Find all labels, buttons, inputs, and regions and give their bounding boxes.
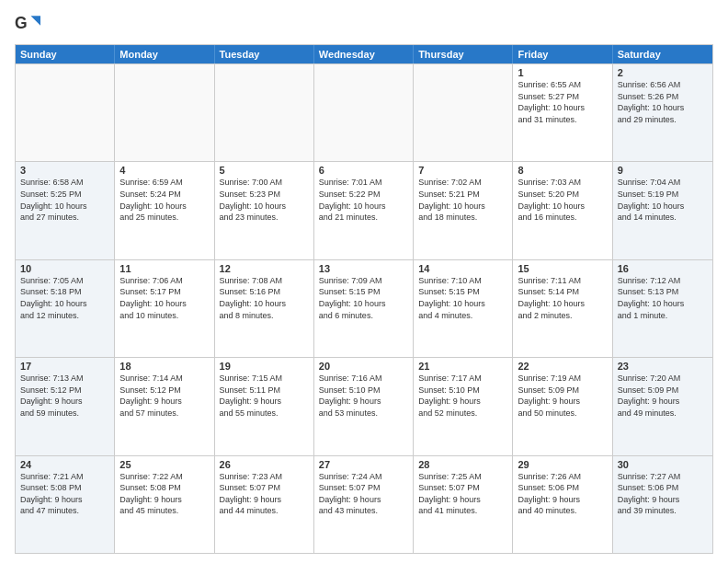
day-info: Sunrise: 7:19 AM Sunset: 5:09 PM Dayligh…	[518, 373, 607, 419]
day-info: Sunrise: 7:25 AM Sunset: 5:07 PM Dayligh…	[418, 471, 507, 517]
empty-cell	[314, 64, 414, 161]
calendar-row-1: 1Sunrise: 6:55 AM Sunset: 5:27 PM Daylig…	[16, 63, 712, 161]
day-number: 20	[319, 361, 408, 372]
day-info: Sunrise: 7:17 AM Sunset: 5:10 PM Dayligh…	[418, 373, 507, 419]
day-number: 16	[618, 263, 708, 274]
day-info: Sunrise: 6:56 AM Sunset: 5:26 PM Dayligh…	[618, 79, 708, 125]
day-number: 18	[119, 361, 209, 372]
day-cell-24: 24Sunrise: 7:21 AM Sunset: 5:08 PM Dayli…	[16, 456, 115, 553]
day-cell-7: 7Sunrise: 7:02 AM Sunset: 5:21 PM Daylig…	[414, 162, 513, 259]
day-cell-8: 8Sunrise: 7:03 AM Sunset: 5:20 PM Daylig…	[513, 162, 612, 259]
weekday-header-friday: Friday	[513, 45, 612, 63]
day-number: 1	[518, 67, 607, 78]
day-cell-30: 30Sunrise: 7:27 AM Sunset: 5:06 PM Dayli…	[613, 456, 712, 553]
day-number: 26	[220, 459, 309, 470]
day-number: 17	[20, 361, 109, 372]
calendar-row-4: 17Sunrise: 7:13 AM Sunset: 5:12 PM Dayli…	[16, 357, 712, 454]
day-cell-3: 3Sunrise: 6:58 AM Sunset: 5:25 PM Daylig…	[16, 162, 115, 259]
weekday-header-saturday: Saturday	[613, 45, 712, 63]
day-info: Sunrise: 6:58 AM Sunset: 5:25 PM Dayligh…	[20, 177, 109, 223]
day-cell-15: 15Sunrise: 7:11 AM Sunset: 5:14 PM Dayli…	[513, 260, 612, 357]
calendar-row-3: 10Sunrise: 7:05 AM Sunset: 5:18 PM Dayli…	[16, 259, 712, 357]
day-info: Sunrise: 7:09 AM Sunset: 5:15 PM Dayligh…	[319, 275, 408, 321]
day-number: 25	[119, 459, 209, 470]
day-number: 3	[20, 165, 109, 176]
day-cell-1: 1Sunrise: 6:55 AM Sunset: 5:27 PM Daylig…	[513, 64, 612, 161]
day-info: Sunrise: 6:55 AM Sunset: 5:27 PM Dayligh…	[518, 79, 607, 125]
day-number: 10	[20, 263, 109, 274]
day-cell-6: 6Sunrise: 7:01 AM Sunset: 5:22 PM Daylig…	[314, 162, 414, 259]
day-cell-19: 19Sunrise: 7:15 AM Sunset: 5:11 PM Dayli…	[215, 358, 314, 454]
day-number: 6	[319, 165, 408, 176]
day-cell-4: 4Sunrise: 6:59 AM Sunset: 5:24 PM Daylig…	[115, 162, 214, 259]
day-info: Sunrise: 7:27 AM Sunset: 5:06 PM Dayligh…	[618, 471, 708, 517]
day-info: Sunrise: 7:08 AM Sunset: 5:16 PM Dayligh…	[220, 275, 309, 321]
day-info: Sunrise: 7:11 AM Sunset: 5:14 PM Dayligh…	[518, 275, 607, 321]
day-cell-25: 25Sunrise: 7:22 AM Sunset: 5:08 PM Dayli…	[115, 456, 214, 553]
calendar-row-5: 24Sunrise: 7:21 AM Sunset: 5:08 PM Dayli…	[16, 455, 712, 553]
day-cell-22: 22Sunrise: 7:19 AM Sunset: 5:09 PM Dayli…	[513, 358, 612, 454]
day-number: 30	[618, 459, 708, 470]
day-number: 13	[319, 263, 408, 274]
day-cell-2: 2Sunrise: 6:56 AM Sunset: 5:26 PM Daylig…	[613, 64, 712, 161]
day-info: Sunrise: 7:26 AM Sunset: 5:06 PM Dayligh…	[518, 471, 607, 517]
day-cell-17: 17Sunrise: 7:13 AM Sunset: 5:12 PM Dayli…	[16, 358, 115, 454]
day-info: Sunrise: 7:03 AM Sunset: 5:20 PM Dayligh…	[518, 177, 607, 223]
day-info: Sunrise: 7:22 AM Sunset: 5:08 PM Dayligh…	[119, 471, 209, 517]
day-number: 27	[319, 459, 408, 470]
empty-cell	[16, 64, 115, 161]
day-info: Sunrise: 7:16 AM Sunset: 5:10 PM Dayligh…	[319, 373, 408, 419]
weekday-header-monday: Monday	[115, 45, 214, 63]
day-cell-20: 20Sunrise: 7:16 AM Sunset: 5:10 PM Dayli…	[314, 358, 414, 454]
svg-marker-1	[31, 16, 41, 26]
day-info: Sunrise: 7:02 AM Sunset: 5:21 PM Dayligh…	[418, 177, 507, 223]
day-number: 12	[220, 263, 309, 274]
day-cell-21: 21Sunrise: 7:17 AM Sunset: 5:10 PM Dayli…	[414, 358, 513, 454]
calendar-header: SundayMondayTuesdayWednesdayThursdayFrid…	[16, 45, 712, 63]
day-info: Sunrise: 7:06 AM Sunset: 5:17 PM Dayligh…	[119, 275, 209, 321]
day-info: Sunrise: 7:20 AM Sunset: 5:09 PM Dayligh…	[618, 373, 708, 419]
day-info: Sunrise: 7:23 AM Sunset: 5:07 PM Dayligh…	[220, 471, 309, 517]
day-number: 19	[220, 361, 309, 372]
day-cell-5: 5Sunrise: 7:00 AM Sunset: 5:23 PM Daylig…	[215, 162, 314, 259]
header: G	[15, 11, 713, 37]
day-number: 9	[618, 165, 708, 176]
day-info: Sunrise: 7:13 AM Sunset: 5:12 PM Dayligh…	[20, 373, 109, 419]
svg-text:G: G	[15, 14, 28, 32]
day-cell-26: 26Sunrise: 7:23 AM Sunset: 5:07 PM Dayli…	[215, 456, 314, 553]
day-number: 14	[418, 263, 507, 274]
calendar: SundayMondayTuesdayWednesdayThursdayFrid…	[15, 44, 713, 554]
calendar-body: 1Sunrise: 6:55 AM Sunset: 5:27 PM Daylig…	[16, 63, 712, 553]
day-cell-16: 16Sunrise: 7:12 AM Sunset: 5:13 PM Dayli…	[613, 260, 712, 357]
day-info: Sunrise: 6:59 AM Sunset: 5:24 PM Dayligh…	[119, 177, 209, 223]
calendar-row-2: 3Sunrise: 6:58 AM Sunset: 5:25 PM Daylig…	[16, 161, 712, 259]
day-number: 7	[418, 165, 507, 176]
weekday-header-thursday: Thursday	[414, 45, 513, 63]
day-info: Sunrise: 7:21 AM Sunset: 5:08 PM Dayligh…	[20, 471, 109, 517]
day-cell-12: 12Sunrise: 7:08 AM Sunset: 5:16 PM Dayli…	[215, 260, 314, 357]
day-cell-23: 23Sunrise: 7:20 AM Sunset: 5:09 PM Dayli…	[613, 358, 712, 454]
logo: G	[15, 11, 44, 37]
day-number: 23	[618, 361, 708, 372]
day-info: Sunrise: 7:24 AM Sunset: 5:07 PM Dayligh…	[319, 471, 408, 517]
weekday-header-tuesday: Tuesday	[215, 45, 314, 63]
day-cell-13: 13Sunrise: 7:09 AM Sunset: 5:15 PM Dayli…	[314, 260, 414, 357]
day-number: 5	[220, 165, 309, 176]
day-number: 8	[518, 165, 607, 176]
day-info: Sunrise: 7:00 AM Sunset: 5:23 PM Dayligh…	[220, 177, 309, 223]
day-number: 28	[418, 459, 507, 470]
day-cell-14: 14Sunrise: 7:10 AM Sunset: 5:15 PM Dayli…	[414, 260, 513, 357]
day-info: Sunrise: 7:05 AM Sunset: 5:18 PM Dayligh…	[20, 275, 109, 321]
day-info: Sunrise: 7:15 AM Sunset: 5:11 PM Dayligh…	[220, 373, 309, 419]
day-info: Sunrise: 7:14 AM Sunset: 5:12 PM Dayligh…	[119, 373, 209, 419]
day-cell-27: 27Sunrise: 7:24 AM Sunset: 5:07 PM Dayli…	[314, 456, 414, 553]
day-number: 29	[518, 459, 607, 470]
day-cell-10: 10Sunrise: 7:05 AM Sunset: 5:18 PM Dayli…	[16, 260, 115, 357]
day-cell-18: 18Sunrise: 7:14 AM Sunset: 5:12 PM Dayli…	[115, 358, 214, 454]
day-info: Sunrise: 7:01 AM Sunset: 5:22 PM Dayligh…	[319, 177, 408, 223]
logo-icon: G	[15, 11, 40, 37]
day-number: 21	[418, 361, 507, 372]
empty-cell	[115, 64, 214, 161]
day-number: 2	[618, 67, 708, 78]
empty-cell	[414, 64, 513, 161]
